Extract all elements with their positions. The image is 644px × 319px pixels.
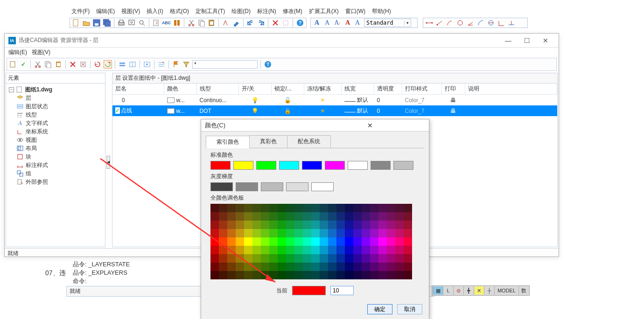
col-lock[interactable]: 锁定/... <box>271 83 304 95</box>
layer-purge-icon[interactable] <box>79 60 87 69</box>
tree-node-group[interactable]: 组 <box>16 169 102 178</box>
grayscale-swatch[interactable] <box>261 182 283 191</box>
palette-cell[interactable] <box>236 212 244 221</box>
col-tr[interactable]: 透明度 <box>374 83 402 95</box>
menu-help[interactable]: 帮助(H) <box>370 7 393 16</box>
palette-cell[interactable] <box>370 221 378 229</box>
palette-cell[interactable] <box>219 204 227 212</box>
palette-cell[interactable] <box>387 212 395 221</box>
palette-cell[interactable] <box>387 254 395 263</box>
palette-cell[interactable] <box>336 221 345 229</box>
menu-view[interactable]: 视图(V) <box>119 7 142 16</box>
palette-cell[interactable] <box>370 229 378 237</box>
palette-cell[interactable] <box>294 237 303 246</box>
layer-cut-icon[interactable] <box>34 60 42 69</box>
palette-cell[interactable] <box>362 263 370 271</box>
palette-cell[interactable] <box>370 212 378 221</box>
palette-cell[interactable] <box>353 237 362 246</box>
close-button[interactable]: ✕ <box>536 34 555 48</box>
ok-button[interactable]: 确定 <box>367 304 392 314</box>
palette-cell[interactable] <box>362 204 370 212</box>
palette-cell[interactable] <box>219 221 227 229</box>
tree-node-xref[interactable]: 外部参照 <box>16 178 102 186</box>
palette-cell[interactable] <box>303 221 311 229</box>
palette-cell[interactable] <box>269 221 278 229</box>
col-freeze[interactable]: 冻结/解冻 <box>304 83 341 95</box>
palette-cell[interactable] <box>210 263 219 271</box>
palette-cell[interactable] <box>311 271 320 279</box>
mode-btn[interactable]: ⊘ <box>453 286 463 295</box>
matchprop-icon[interactable] <box>222 19 230 27</box>
tree-node-layout[interactable]: 布局 <box>16 144 102 153</box>
rm-help-icon[interactable]: ? <box>264 60 272 69</box>
print-icon[interactable] <box>117 19 126 27</box>
palette-cell[interactable] <box>236 271 244 279</box>
palette-cell[interactable] <box>328 271 336 279</box>
palette-cell[interactable] <box>252 221 261 229</box>
palette-cell[interactable] <box>261 271 269 279</box>
palette-cell[interactable] <box>328 212 336 221</box>
palette-cell[interactable] <box>236 221 244 229</box>
palette-cell[interactable] <box>286 221 294 229</box>
palette-cell[interactable] <box>378 212 387 221</box>
layer-state-icon[interactable] <box>118 60 126 69</box>
palette-cell[interactable] <box>378 221 387 229</box>
redo-icon[interactable] <box>257 19 265 27</box>
palette-cell[interactable] <box>278 254 286 263</box>
palette-cell[interactable] <box>227 221 236 229</box>
collapse-icon[interactable]: − <box>9 87 14 92</box>
saveall-icon[interactable] <box>103 19 111 27</box>
menu-dim[interactable]: 标注(N) <box>255 7 278 16</box>
layer-new-icon[interactable] <box>9 60 17 69</box>
palette-cell[interactable] <box>404 204 412 212</box>
tree-node-view[interactable]: 视图 <box>16 136 102 144</box>
palette-cell[interactable] <box>210 204 219 212</box>
undo-icon[interactable] <box>246 19 255 27</box>
color-dialog-close[interactable]: ✕ <box>315 122 425 129</box>
palette-cell[interactable] <box>303 271 311 279</box>
palette-cell[interactable] <box>395 246 404 254</box>
palette-cell[interactable] <box>261 254 269 263</box>
select-icon[interactable] <box>281 19 290 27</box>
palette-cell[interactable] <box>395 263 404 271</box>
palette-cell[interactable] <box>404 229 412 237</box>
palette-cell[interactable] <box>210 254 219 263</box>
palette-cell[interactable] <box>328 237 336 246</box>
palette-cell[interactable] <box>345 221 353 229</box>
menu-modify[interactable]: 修改(M) <box>281 7 304 16</box>
palette-cell[interactable] <box>336 271 345 279</box>
palette-cell[interactable] <box>320 221 328 229</box>
palette-cell[interactable] <box>320 246 328 254</box>
palette-cell[interactable] <box>320 263 328 271</box>
tree-node-ucs[interactable]: 坐标系统 <box>16 127 102 136</box>
palette-cell[interactable] <box>353 254 362 263</box>
tree-root[interactable]: − 图纸1.dwg <box>9 85 102 94</box>
palette-cell[interactable] <box>311 237 320 246</box>
cell-freeze[interactable]: ☀ <box>304 105 341 116</box>
tab-true-color[interactable]: 真彩色 <box>249 135 287 148</box>
palette-cell[interactable] <box>210 246 219 254</box>
grayscale-swatch[interactable] <box>286 182 308 191</box>
palette-cell[interactable] <box>227 237 236 246</box>
current-color-input[interactable] <box>330 286 354 295</box>
palette-cell[interactable] <box>244 263 252 271</box>
palette-cell[interactable] <box>278 204 286 212</box>
palette-cell[interactable] <box>336 212 345 221</box>
dim-continue-icon[interactable] <box>507 19 516 27</box>
grayscale-swatch[interactable] <box>311 182 334 191</box>
palette-cell[interactable] <box>261 212 269 221</box>
textA-height-icon[interactable]: A↕ <box>333 19 342 27</box>
standard-color-swatch[interactable] <box>393 161 413 170</box>
palette-cell[interactable] <box>219 237 227 246</box>
palette-cell[interactable] <box>261 263 269 271</box>
cell-freeze[interactable]: ☀ <box>304 95 341 106</box>
textA-bold-icon[interactable]: A <box>313 19 321 27</box>
palette-cell[interactable] <box>311 246 320 254</box>
cell-onoff[interactable]: 💡 <box>238 105 271 116</box>
palette-cell[interactable] <box>395 212 404 221</box>
tree-node-block[interactable]: 块 <box>16 153 102 161</box>
palette-cell[interactable] <box>303 229 311 237</box>
palette-cell[interactable] <box>378 237 387 246</box>
palette-cell[interactable] <box>353 221 362 229</box>
palette-cell[interactable] <box>370 254 378 263</box>
